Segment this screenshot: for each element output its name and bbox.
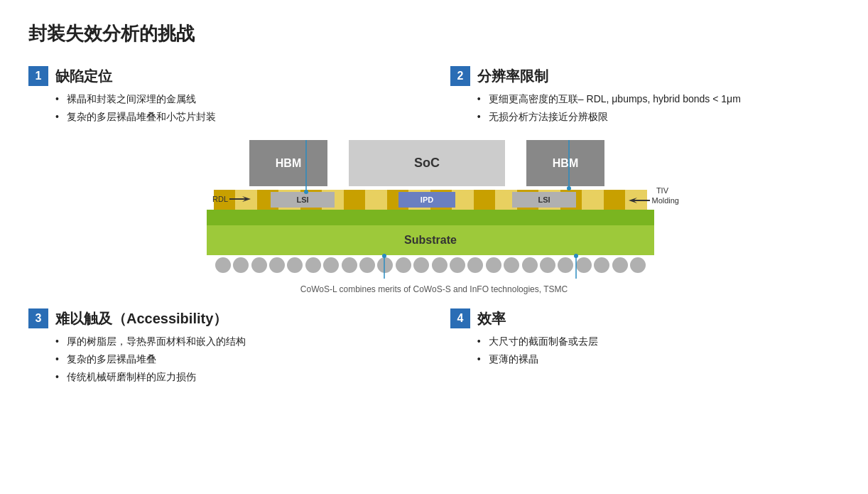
solder-ball xyxy=(377,257,393,273)
solder-ball xyxy=(432,257,447,273)
solder-ball xyxy=(287,257,303,273)
solder-ball xyxy=(486,257,501,273)
solder-balls xyxy=(207,255,654,275)
bullet-3-1: 厚的树脂层，导热界面材料和嵌入的结构 xyxy=(55,334,418,349)
bullet-2-2: 无损分析方法接近分辨极限 xyxy=(477,109,840,124)
hbm-left-chip: HBM xyxy=(249,140,327,186)
solder-ball xyxy=(359,257,375,273)
solder-ball xyxy=(450,257,465,273)
green-base-layer xyxy=(207,210,654,225)
lsi-right-chip: LSI xyxy=(512,192,576,208)
substrate-layer: Substrate xyxy=(207,225,654,255)
solder-ball xyxy=(558,257,573,273)
section-number-3: 3 xyxy=(28,308,48,328)
section-title-1: 缺陷定位 xyxy=(55,67,112,86)
page-title: 封装失效分析的挑战 xyxy=(28,21,840,46)
section-number-1: 1 xyxy=(28,66,48,86)
section-1: 1 缺陷定位 裸晶和封装之间深埋的金属线 复杂的多层裸晶堆叠和小芯片封装 xyxy=(28,66,418,127)
svg-marker-1 xyxy=(629,198,650,203)
solder-ball xyxy=(522,257,538,273)
soc-chip: SoC xyxy=(349,140,505,186)
solder-ball xyxy=(233,257,249,273)
solder-ball xyxy=(342,257,357,273)
hbm-right-chip: HBM xyxy=(526,140,604,186)
solder-ball xyxy=(612,257,628,273)
svg-marker-0 xyxy=(229,196,251,202)
section-2: 2 分辨率限制 更细更高密度的互联– RDL, μbumps, hybrid b… xyxy=(450,66,840,127)
bullet-1-1: 裸晶和封装之间深埋的金属线 xyxy=(55,92,418,107)
section-title-4: 效率 xyxy=(477,309,506,328)
section-4: 4 效率 大尺寸的截面制备或去层 更薄的裸晶 xyxy=(450,308,840,387)
section-body-2: 更细更高密度的互联– RDL, μbumps, hybrid bonds < 1… xyxy=(450,92,840,124)
solder-ball xyxy=(630,257,646,273)
solder-ball xyxy=(540,257,555,273)
chip-diagram-wrapper: HBM SoC HBM LSI IPD LSI Substrate xyxy=(28,140,840,294)
solder-ball xyxy=(576,257,592,273)
section-body-4: 大尺寸的截面制备或去层 更薄的裸晶 xyxy=(450,334,840,367)
solder-ball xyxy=(413,257,429,273)
solder-ball xyxy=(396,257,411,273)
solder-ball xyxy=(594,257,609,273)
bullet-3-2: 复杂的多层裸晶堆叠 xyxy=(55,352,418,367)
solder-ball xyxy=(251,257,267,273)
section-number-4: 4 xyxy=(450,308,470,328)
solder-ball xyxy=(215,257,231,273)
ipd-chip: IPD xyxy=(398,192,455,208)
bullet-1-2: 复杂的多层裸晶堆叠和小芯片封装 xyxy=(55,109,418,124)
diagram-caption: CoWoS-L combines merits of CoWoS-S and I… xyxy=(164,284,704,294)
section-body-3: 厚的树脂层，导热界面材料和嵌入的结构 复杂的多层裸晶堆叠 传统机械研磨制样的应力… xyxy=(28,334,418,385)
solder-ball xyxy=(504,257,519,273)
chip-diagram: HBM SoC HBM LSI IPD LSI Substrate xyxy=(192,140,676,279)
bullet-4-1: 大尺寸的截面制备或去层 xyxy=(477,334,840,349)
bullet-2-1: 更细更高密度的互联– RDL, μbumps, hybrid bonds < 1… xyxy=(477,92,840,107)
section-title-3: 难以触及（Accessibility） xyxy=(55,309,227,328)
bullet-3-3: 传统机械研磨制样的应力损伤 xyxy=(55,370,418,385)
tiv-label: TIV xyxy=(656,186,668,195)
bullet-4-2: 更薄的裸晶 xyxy=(477,352,840,367)
section-number-2: 2 xyxy=(450,66,470,86)
lsi-left-chip: LSI xyxy=(271,192,335,208)
solder-ball xyxy=(305,257,321,273)
molding-label: Molding xyxy=(629,196,679,205)
solder-ball xyxy=(467,257,483,273)
section-title-2: 分辨率限制 xyxy=(477,67,548,86)
rdl-label: RDL xyxy=(212,195,251,203)
solder-ball xyxy=(323,257,339,273)
solder-ball xyxy=(269,257,285,273)
section-3: 3 难以触及（Accessibility） 厚的树脂层，导热界面材料和嵌入的结构… xyxy=(28,308,418,387)
section-body-1: 裸晶和封装之间深埋的金属线 复杂的多层裸晶堆叠和小芯片封装 xyxy=(28,92,418,124)
